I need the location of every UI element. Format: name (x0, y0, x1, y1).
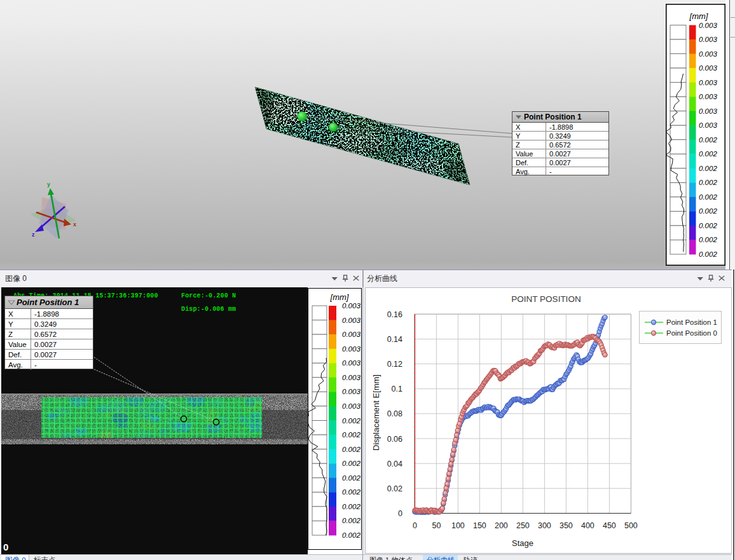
svg-text:0.002: 0.002 (342, 417, 361, 425)
svg-text:0.003: 0.003 (342, 317, 361, 324)
svg-text:Point Position 0: Point Position 0 (666, 329, 717, 337)
svg-text:500: 500 (624, 521, 638, 530)
svg-text:0.002: 0.002 (699, 165, 717, 172)
svg-text:0.06: 0.06 (387, 435, 402, 444)
svg-text:0.002: 0.002 (699, 136, 717, 144)
svg-text:0.003: 0.003 (699, 107, 717, 115)
svg-text:POINT POSITION: POINT POSITION (511, 294, 580, 304)
svg-text:400: 400 (581, 521, 594, 530)
svg-text:450: 450 (603, 521, 616, 530)
svg-text:100: 100 (451, 521, 465, 530)
svg-text:Stage: Stage (512, 538, 533, 548)
svg-text:0.002: 0.002 (699, 250, 717, 258)
svg-text:[mm]: [mm] (689, 11, 708, 21)
svg-text:0.003: 0.003 (699, 93, 717, 100)
svg-text:0.04: 0.04 (387, 460, 402, 468)
svg-text:0.003: 0.003 (699, 79, 717, 86)
svg-text:150: 150 (473, 521, 486, 530)
svg-text:0.003: 0.003 (342, 374, 361, 381)
svg-text:0.003: 0.003 (342, 331, 361, 338)
svg-text:x: x (73, 221, 76, 228)
svg-text:0.003: 0.003 (342, 345, 361, 353)
svg-text:0.02: 0.02 (387, 484, 402, 493)
svg-text:0: 0 (413, 521, 417, 530)
svg-text:0.002: 0.002 (342, 531, 361, 539)
svg-text:0.003: 0.003 (699, 22, 717, 29)
svg-text:0.002: 0.002 (699, 207, 717, 215)
svg-text:y: y (47, 181, 50, 188)
svg-text:Point Position 1: Point Position 1 (666, 318, 717, 326)
svg-text:0.002: 0.002 (699, 179, 717, 186)
svg-text:0.002: 0.002 (699, 150, 717, 158)
svg-text:0.003: 0.003 (342, 359, 361, 367)
svg-text:0.1: 0.1 (392, 385, 402, 393)
svg-text:0: 0 (3, 542, 8, 552)
svg-text:0.12: 0.12 (387, 360, 402, 369)
svg-text:0.002: 0.002 (699, 222, 717, 229)
svg-text:0.002: 0.002 (699, 236, 717, 243)
svg-text:Displacement E[mm]: Displacement E[mm] (371, 374, 381, 451)
svg-text:300: 300 (538, 521, 551, 530)
svg-text:[mm]: [mm] (330, 292, 349, 302)
svg-text:0.003: 0.003 (699, 64, 717, 72)
svg-text:0: 0 (398, 509, 402, 518)
svg-text:0.002: 0.002 (342, 503, 361, 510)
svg-text:0.002: 0.002 (699, 193, 717, 201)
svg-text:0.003: 0.003 (699, 36, 717, 43)
svg-text:0.002: 0.002 (342, 488, 361, 496)
svg-text:0.16: 0.16 (387, 310, 402, 319)
svg-text:200: 200 (495, 521, 508, 530)
svg-text:0.14: 0.14 (387, 335, 402, 344)
svg-text:z: z (32, 231, 35, 238)
svg-text:0.08: 0.08 (387, 409, 402, 418)
svg-text:0.002: 0.002 (342, 446, 361, 453)
svg-text:0.002: 0.002 (342, 517, 361, 524)
svg-text:50: 50 (432, 521, 441, 530)
svg-text:0.002: 0.002 (342, 460, 361, 467)
svg-text:0.003: 0.003 (342, 388, 361, 395)
svg-text:0.002: 0.002 (342, 474, 361, 482)
svg-text:350: 350 (560, 521, 573, 530)
svg-text:0.003: 0.003 (699, 121, 717, 129)
svg-text:0.003: 0.003 (342, 302, 361, 310)
svg-text:250: 250 (516, 521, 530, 530)
svg-text:0.003: 0.003 (699, 50, 717, 58)
svg-text:0.003: 0.003 (342, 402, 361, 410)
svg-text:0.002: 0.002 (342, 431, 361, 439)
